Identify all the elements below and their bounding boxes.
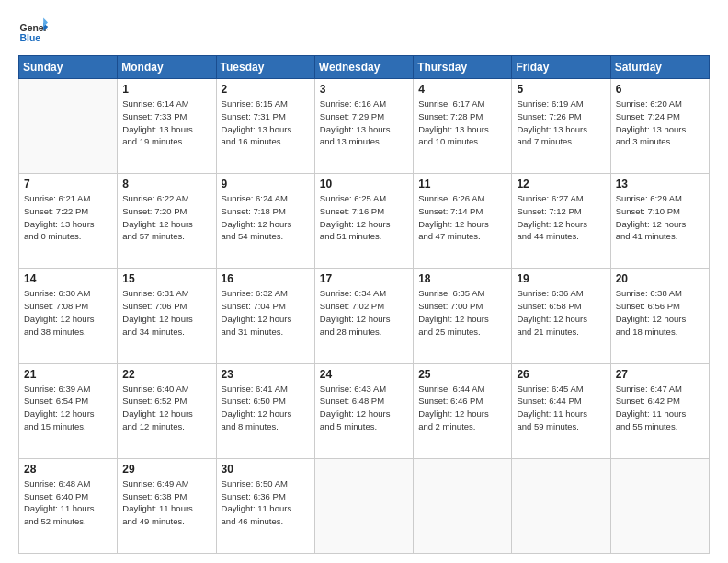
day-info-line: Sunset: 6:38 PM (122, 490, 210, 503)
day-info-line: Daylight: 12 hours (320, 218, 408, 231)
day-info-line: Sunrise: 6:38 AM (616, 287, 704, 300)
calendar-cell: 19Sunrise: 6:36 AMSunset: 6:58 PMDayligh… (512, 269, 610, 363)
day-info-line: Sunset: 7:12 PM (517, 205, 605, 218)
day-info-line: Sunset: 6:48 PM (320, 395, 408, 408)
day-number: 20 (616, 272, 704, 285)
day-info: Sunrise: 6:45 AMSunset: 6:44 PMDaylight:… (517, 383, 605, 433)
day-info: Sunrise: 6:32 AMSunset: 7:04 PMDaylight:… (222, 287, 310, 338)
calendar-table: SundayMondayTuesdayWednesdayThursdayFrid… (18, 55, 710, 554)
day-info: Sunrise: 6:14 AMSunset: 7:33 PMDaylight:… (122, 98, 210, 148)
day-info-line: Sunset: 6:54 PM (24, 395, 112, 408)
day-info-line: Daylight: 13 hours (320, 123, 408, 136)
day-info-line: and 5 minutes. (320, 420, 408, 433)
day-info: Sunrise: 6:31 AMSunset: 7:06 PMDaylight:… (122, 287, 210, 338)
day-info-line: and 52 minutes. (24, 515, 112, 528)
day-info-line: and 16 minutes. (222, 135, 310, 148)
day-info-line: Sunset: 6:56 PM (616, 300, 704, 313)
day-info-line: and 47 minutes. (418, 230, 506, 243)
calendar-cell (414, 458, 512, 553)
day-number: 16 (222, 272, 310, 285)
day-info: Sunrise: 6:38 AMSunset: 6:56 PMDaylight:… (616, 287, 704, 338)
day-info-line: Daylight: 12 hours (122, 313, 210, 326)
day-info-line: and 25 minutes. (418, 326, 506, 339)
day-number: 3 (320, 83, 408, 96)
calendar-cell: 27Sunrise: 6:47 AMSunset: 6:42 PMDayligh… (610, 363, 709, 458)
day-info-line: Sunset: 7:24 PM (616, 110, 704, 123)
day-number: 12 (517, 178, 605, 190)
day-number: 15 (122, 272, 210, 285)
calendar-cell (610, 458, 709, 553)
day-info-line: Sunrise: 6:22 AM (122, 192, 210, 205)
day-info-line: Sunset: 6:50 PM (222, 395, 310, 408)
day-number: 8 (122, 178, 210, 190)
calendar-cell: 17Sunrise: 6:34 AMSunset: 7:02 PMDayligh… (314, 269, 413, 363)
calendar-cell: 18Sunrise: 6:35 AMSunset: 7:00 PMDayligh… (414, 269, 512, 363)
weekday-header-row: SundayMondayTuesdayWednesdayThursdayFrid… (19, 56, 710, 79)
day-info-line: and 46 minutes. (222, 515, 310, 528)
day-info-line: Sunrise: 6:29 AM (616, 192, 704, 205)
day-number: 22 (122, 368, 210, 381)
day-info-line: Sunrise: 6:39 AM (24, 383, 112, 396)
day-info-line: Sunrise: 6:15 AM (222, 98, 310, 110)
day-info-line: and 8 minutes. (222, 420, 310, 433)
day-info-line: Sunset: 7:18 PM (222, 205, 310, 218)
day-info-line: and 31 minutes. (222, 326, 310, 339)
day-info-line: Daylight: 11 hours (222, 502, 310, 515)
day-info-line: and 49 minutes. (122, 515, 210, 528)
day-info-line: and 55 minutes. (616, 420, 704, 433)
day-info-line: Daylight: 12 hours (24, 313, 112, 326)
day-info-line: Sunset: 7:08 PM (24, 300, 112, 313)
day-info-line: Daylight: 12 hours (418, 218, 506, 231)
svg-text:Blue: Blue (20, 33, 41, 43)
day-number: 5 (517, 83, 605, 96)
day-info-line: Daylight: 12 hours (222, 408, 310, 420)
day-info: Sunrise: 6:49 AMSunset: 6:38 PMDaylight:… (122, 477, 210, 528)
day-number: 23 (222, 368, 310, 381)
calendar-cell: 26Sunrise: 6:45 AMSunset: 6:44 PMDayligh… (512, 363, 610, 458)
day-info-line: Daylight: 11 hours (517, 408, 605, 420)
day-info-line: and 0 minutes. (24, 230, 112, 243)
logo: General Blue (18, 17, 48, 46)
calendar-cell: 5Sunrise: 6:19 AMSunset: 7:26 PMDaylight… (512, 79, 610, 174)
day-info-line: Sunset: 7:06 PM (122, 300, 210, 313)
day-info-line: Daylight: 12 hours (320, 313, 408, 326)
day-info: Sunrise: 6:20 AMSunset: 7:24 PMDaylight:… (616, 98, 704, 148)
day-info-line: Daylight: 12 hours (222, 218, 310, 231)
day-info-line: Sunrise: 6:45 AM (517, 383, 605, 396)
day-info-line: Sunrise: 6:26 AM (418, 192, 506, 205)
day-info-line: Sunset: 6:46 PM (418, 395, 506, 408)
logo-icon: General Blue (18, 17, 48, 46)
calendar-cell (512, 458, 610, 553)
week-row-4: 21Sunrise: 6:39 AMSunset: 6:54 PMDayligh… (19, 363, 710, 458)
day-info-line: Daylight: 12 hours (320, 408, 408, 420)
day-info-line: Sunset: 6:52 PM (122, 395, 210, 408)
day-info-line: Daylight: 12 hours (517, 218, 605, 231)
weekday-header-sunday: Sunday (19, 56, 118, 79)
day-info-line: Daylight: 11 hours (616, 408, 704, 420)
day-number: 7 (24, 178, 112, 190)
day-info: Sunrise: 6:15 AMSunset: 7:31 PMDaylight:… (222, 98, 310, 148)
day-info-line: and 2 minutes. (418, 420, 506, 433)
day-info: Sunrise: 6:34 AMSunset: 7:02 PMDaylight:… (320, 287, 408, 338)
calendar-cell: 21Sunrise: 6:39 AMSunset: 6:54 PMDayligh… (19, 363, 118, 458)
day-info-line: and 15 minutes. (24, 420, 112, 433)
day-info-line: Sunrise: 6:16 AM (320, 98, 408, 110)
day-info-line: and 3 minutes. (616, 135, 704, 148)
day-info-line: Daylight: 13 hours (122, 123, 210, 136)
day-info: Sunrise: 6:17 AMSunset: 7:28 PMDaylight:… (418, 98, 506, 148)
day-info: Sunrise: 6:36 AMSunset: 6:58 PMDaylight:… (517, 287, 605, 338)
weekday-header-monday: Monday (118, 56, 216, 79)
day-number: 19 (517, 272, 605, 285)
day-info-line: and 59 minutes. (517, 420, 605, 433)
day-info-line: Sunrise: 6:17 AM (418, 98, 506, 110)
day-info-line: Sunset: 7:04 PM (222, 300, 310, 313)
day-info: Sunrise: 6:24 AMSunset: 7:18 PMDaylight:… (222, 192, 310, 243)
day-info-line: and 44 minutes. (517, 230, 605, 243)
day-info-line: Sunset: 6:36 PM (222, 490, 310, 503)
day-info-line: Daylight: 12 hours (24, 408, 112, 420)
day-info-line: Daylight: 12 hours (122, 408, 210, 420)
day-number: 21 (24, 368, 112, 381)
day-number: 2 (222, 83, 310, 96)
day-info-line: Sunrise: 6:36 AM (517, 287, 605, 300)
day-info-line: Daylight: 13 hours (616, 123, 704, 136)
